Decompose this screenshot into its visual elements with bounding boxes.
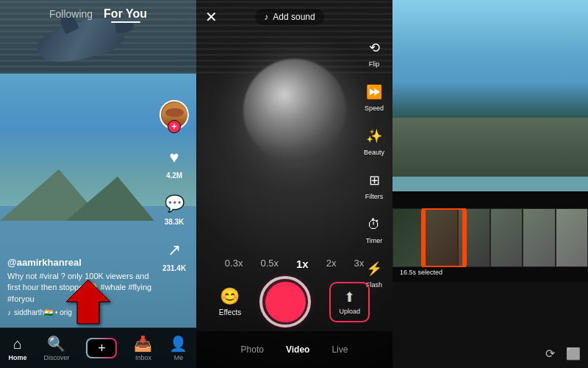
selection-overlay[interactable] <box>422 208 466 267</box>
speed-controls: 0.3x 0.5x 1x 2x 3x <box>196 255 392 272</box>
editor-preview-bottom: 16.5s selected <box>392 194 588 282</box>
speed-3x[interactable]: 3x <box>349 255 368 272</box>
speed-label: Speed <box>365 105 384 112</box>
upload-label: Upload <box>339 308 360 315</box>
record-button[interactable] <box>259 276 311 328</box>
top-navigation: Following For You <box>0 7 196 21</box>
me-icon: 👤 <box>169 335 187 353</box>
comment-count: 38.3K <box>165 218 184 226</box>
timeline-frame-4 <box>490 208 523 267</box>
sound-music-icon: ♪ <box>264 12 268 22</box>
selection-handle-left[interactable] <box>421 210 426 266</box>
selected-text: 16.5s selected <box>400 269 442 276</box>
like-count: 4.2M <box>166 171 182 180</box>
effects-label: Effects <box>219 308 241 316</box>
close-button[interactable]: ✕ <box>205 8 218 26</box>
preview-road <box>392 118 588 177</box>
timeline-frame-5 <box>523 208 555 267</box>
effects-button[interactable]: 😊 Effects <box>219 287 241 316</box>
inbox-icon: 📥 <box>134 335 152 353</box>
editor-controls: ⟳ ⬜ <box>392 342 588 364</box>
creator-avatar-container: + <box>159 100 189 130</box>
add-sound-bar[interactable]: ♪ Add sound <box>255 9 323 25</box>
follow-badge[interactable]: + <box>168 120 181 133</box>
nav-underline <box>111 21 140 23</box>
add-button[interactable]: + <box>86 338 117 358</box>
speed-05x[interactable]: 0.5x <box>256 255 283 272</box>
flip-label: Flip <box>369 60 380 68</box>
following-tab[interactable]: Following <box>49 8 93 20</box>
speed-1x[interactable]: 1x <box>292 255 313 272</box>
filters-icon: ⊞ <box>363 169 385 191</box>
discover-label: Discover <box>43 354 69 361</box>
nav-discover[interactable]: 🔍 Discover <box>43 335 69 361</box>
microphone-ball <box>243 59 346 162</box>
timeline-frame-6 <box>556 208 588 267</box>
arrow-svg <box>59 276 118 328</box>
filters-tool[interactable]: ⊞ Filters <box>363 169 385 200</box>
username: @aamirkhanreal <box>7 257 156 268</box>
editor-preview-top <box>392 0 588 191</box>
timer-icon: ⏱ <box>363 213 385 236</box>
like-button[interactable]: ♥ 4.2M <box>162 144 187 180</box>
home-icon: ⌂ <box>13 336 22 353</box>
beauty-icon: ✨ <box>363 125 385 147</box>
bottom-navigation: ⌂ Home 🔍 Discover + 📥 Inbox 👤 Me <box>0 328 196 368</box>
home-label: Home <box>8 354 26 361</box>
share-count: 231.4K <box>162 264 186 272</box>
add-icon: + <box>98 342 106 355</box>
tiktok-feed-panel: Following For You + ♥ 4.2M 💬 38.3K ↗ 231… <box>0 0 196 368</box>
timeline-frame-1 <box>392 208 425 267</box>
whale-area <box>37 22 132 66</box>
crop-button[interactable]: ⬜ <box>566 347 581 361</box>
video-tab[interactable]: Video <box>286 344 309 355</box>
svg-marker-0 <box>66 280 110 324</box>
timer-tool[interactable]: ⏱ Timer <box>363 213 385 244</box>
red-arrow <box>59 276 118 328</box>
nav-home[interactable]: ⌂ Home <box>8 336 26 361</box>
discover-icon: 🔍 <box>47 335 65 353</box>
speed-03x[interactable]: 0.3x <box>220 255 248 272</box>
effects-icon: 😊 <box>220 287 240 306</box>
rotate-button[interactable]: ⟳ <box>545 347 555 361</box>
music-note-icon: ♪ <box>7 308 11 316</box>
comment-icon: 💬 <box>162 191 187 216</box>
comment-button[interactable]: 💬 38.3K <box>162 191 187 226</box>
speed-icon: ⏩ <box>363 81 385 103</box>
live-tab[interactable]: Live <box>331 344 348 355</box>
nav-add[interactable]: + <box>86 338 117 358</box>
record-area: 😊 Effects ⬆ Upload <box>196 276 392 328</box>
camera-top-bar: ✕ ♪ Add sound <box>196 0 392 33</box>
action-buttons: + ♥ 4.2M 💬 38.3K ↗ 231.4K <box>159 100 189 272</box>
speed-tool[interactable]: ⏩ Speed <box>363 81 385 112</box>
speed-2x[interactable]: 2x <box>322 255 341 272</box>
beauty-tool[interactable]: ✨ Beauty <box>363 125 385 156</box>
camera-panel: ✕ ♪ Add sound ⟲ Flip ⏩ Speed ✨ Beauty ⊞ … <box>196 0 392 368</box>
inbox-label: Inbox <box>135 354 151 361</box>
timer-label: Timer <box>366 237 383 244</box>
mountain-2 <box>66 177 154 221</box>
selection-handle-right[interactable] <box>462 210 467 266</box>
add-sound-text: Add sound <box>273 12 315 22</box>
record-button-inner <box>265 282 306 322</box>
me-label: Me <box>174 354 184 361</box>
heart-icon: ♥ <box>162 144 187 170</box>
upload-button[interactable]: ⬆ Upload <box>329 282 370 322</box>
share-button[interactable]: ↗ 231.4K <box>162 237 187 272</box>
flip-icon: ⟲ <box>363 37 385 59</box>
nav-me[interactable]: 👤 Me <box>169 335 187 361</box>
upload-icon: ⬆ <box>344 289 355 305</box>
editor-panel: 16.5s selected ⟳ ⬜ <box>392 0 588 368</box>
filters-label: Filters <box>365 193 384 200</box>
for-you-tab[interactable]: For You <box>104 7 147 20</box>
share-icon: ↗ <box>162 237 187 263</box>
photo-tab[interactable]: Photo <box>241 344 264 355</box>
beauty-label: Beauty <box>364 149 384 156</box>
camera-bottom-tabs: Photo Video Live <box>196 331 392 368</box>
flip-tool[interactable]: ⟲ Flip <box>363 37 385 68</box>
nav-inbox[interactable]: 📥 Inbox <box>134 335 152 361</box>
camera-tools: ⟲ Flip ⏩ Speed ✨ Beauty ⊞ Filters ⏱ Time… <box>363 37 385 289</box>
